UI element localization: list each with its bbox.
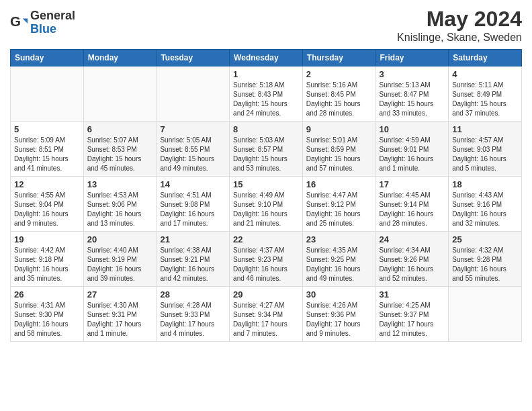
calendar-cell: 30Sunrise: 4:26 AM Sunset: 9:36 PM Dayli… (302, 287, 375, 342)
calendar-cell: 25Sunrise: 4:32 AM Sunset: 9:28 PM Dayli… (449, 232, 522, 287)
day-number: 31 (380, 289, 445, 300)
weekday-header-friday: Friday (375, 50, 449, 66)
calendar-cell: 12Sunrise: 4:55 AM Sunset: 9:04 PM Dayli… (11, 177, 84, 232)
day-info: Sunrise: 4:27 AM Sunset: 9:34 PM Dayligh… (233, 301, 299, 338)
day-number: 10 (380, 124, 445, 134)
day-info: Sunrise: 4:35 AM Sunset: 9:25 PM Dayligh… (306, 246, 372, 283)
calendar-cell (449, 287, 522, 342)
weekday-header-tuesday: Tuesday (157, 50, 230, 66)
weekday-header-row: SundayMondayTuesdayWednesdayThursdayFrid… (11, 50, 522, 66)
calendar-week-1: 1Sunrise: 5:18 AM Sunset: 8:43 PM Daylig… (11, 66, 522, 122)
calendar-cell: 29Sunrise: 4:27 AM Sunset: 9:34 PM Dayli… (230, 287, 303, 342)
calendar-cell: 31Sunrise: 4:25 AM Sunset: 9:37 PM Dayli… (375, 287, 449, 342)
day-info: Sunrise: 5:07 AM Sunset: 8:53 PM Dayligh… (87, 136, 153, 173)
day-number: 21 (160, 234, 226, 244)
day-info: Sunrise: 5:13 AM Sunset: 8:47 PM Dayligh… (380, 81, 445, 118)
calendar-table: SundayMondayTuesdayWednesdayThursdayFrid… (10, 49, 522, 342)
day-info: Sunrise: 4:32 AM Sunset: 9:28 PM Dayligh… (452, 246, 518, 283)
day-info: Sunrise: 5:11 AM Sunset: 8:49 PM Dayligh… (452, 81, 518, 118)
calendar-cell: 13Sunrise: 4:53 AM Sunset: 9:06 PM Dayli… (83, 177, 157, 232)
day-number: 2 (306, 69, 372, 79)
day-number: 4 (452, 69, 518, 79)
svg-text:G: G (10, 13, 21, 29)
day-number: 6 (87, 124, 153, 134)
calendar-cell: 8Sunrise: 5:03 AM Sunset: 8:57 PM Daylig… (230, 122, 303, 177)
calendar-cell: 27Sunrise: 4:30 AM Sunset: 9:31 PM Dayli… (83, 287, 157, 342)
day-info: Sunrise: 4:25 AM Sunset: 9:37 PM Dayligh… (380, 301, 445, 338)
day-info: Sunrise: 4:59 AM Sunset: 9:01 PM Dayligh… (380, 136, 445, 173)
weekday-header-wednesday: Wednesday (230, 50, 303, 66)
day-number: 25 (452, 234, 518, 244)
day-info: Sunrise: 5:01 AM Sunset: 8:59 PM Dayligh… (306, 136, 372, 173)
calendar-cell: 15Sunrise: 4:49 AM Sunset: 9:10 PM Dayli… (230, 177, 303, 232)
day-info: Sunrise: 4:28 AM Sunset: 9:33 PM Dayligh… (160, 301, 226, 338)
day-number: 13 (87, 179, 153, 189)
calendar-cell: 21Sunrise: 4:38 AM Sunset: 9:21 PM Dayli… (157, 232, 230, 287)
day-number: 9 (306, 124, 372, 134)
calendar-cell: 7Sunrise: 5:05 AM Sunset: 8:55 PM Daylig… (157, 122, 230, 177)
logo-blue-text: Blue (30, 23, 75, 36)
day-info: Sunrise: 5:18 AM Sunset: 8:43 PM Dayligh… (233, 81, 299, 118)
calendar-cell (83, 66, 157, 122)
day-number: 27 (87, 289, 153, 300)
title-block: May 2024 Knislinge, Skane, Sweden (397, 7, 522, 44)
day-info: Sunrise: 4:37 AM Sunset: 9:23 PM Dayligh… (233, 246, 299, 283)
calendar-cell (11, 66, 84, 122)
day-number: 3 (380, 69, 445, 79)
day-info: Sunrise: 4:45 AM Sunset: 9:14 PM Dayligh… (380, 191, 445, 228)
day-info: Sunrise: 5:05 AM Sunset: 8:55 PM Dayligh… (160, 136, 226, 173)
day-number: 23 (306, 234, 372, 244)
logo: G General Blue (10, 9, 75, 36)
day-info: Sunrise: 4:42 AM Sunset: 9:18 PM Dayligh… (14, 246, 80, 283)
calendar-cell: 14Sunrise: 4:51 AM Sunset: 9:08 PM Dayli… (157, 177, 230, 232)
day-info: Sunrise: 4:53 AM Sunset: 9:06 PM Dayligh… (87, 191, 153, 228)
day-info: Sunrise: 4:26 AM Sunset: 9:36 PM Dayligh… (306, 301, 372, 338)
day-info: Sunrise: 5:03 AM Sunset: 8:57 PM Dayligh… (233, 136, 299, 173)
day-number: 8 (233, 124, 299, 134)
page-header: G General Blue May 2024 Knislinge, Skane… (10, 7, 522, 44)
calendar-cell: 6Sunrise: 5:07 AM Sunset: 8:53 PM Daylig… (83, 122, 157, 177)
calendar-cell: 3Sunrise: 5:13 AM Sunset: 8:47 PM Daylig… (375, 66, 449, 122)
day-number: 7 (160, 124, 226, 134)
calendar-cell: 11Sunrise: 4:57 AM Sunset: 9:03 PM Dayli… (449, 122, 522, 177)
day-number: 22 (233, 234, 299, 244)
day-number: 26 (14, 289, 80, 300)
calendar-cell: 22Sunrise: 4:37 AM Sunset: 9:23 PM Dayli… (230, 232, 303, 287)
day-info: Sunrise: 4:30 AM Sunset: 9:31 PM Dayligh… (87, 301, 153, 338)
day-number: 15 (233, 179, 299, 189)
weekday-header-thursday: Thursday (302, 50, 375, 66)
logo-general-text: General (30, 9, 75, 23)
day-info: Sunrise: 4:49 AM Sunset: 9:10 PM Dayligh… (233, 191, 299, 228)
calendar-cell: 24Sunrise: 4:34 AM Sunset: 9:26 PM Dayli… (375, 232, 449, 287)
calendar-week-4: 19Sunrise: 4:42 AM Sunset: 9:18 PM Dayli… (11, 232, 522, 287)
day-info: Sunrise: 4:31 AM Sunset: 9:30 PM Dayligh… (14, 301, 80, 338)
calendar-cell: 2Sunrise: 5:16 AM Sunset: 8:45 PM Daylig… (302, 66, 375, 122)
day-number: 16 (306, 179, 372, 189)
calendar-cell: 20Sunrise: 4:40 AM Sunset: 9:19 PM Dayli… (83, 232, 157, 287)
day-info: Sunrise: 4:43 AM Sunset: 9:16 PM Dayligh… (452, 191, 518, 228)
day-info: Sunrise: 4:51 AM Sunset: 9:08 PM Dayligh… (160, 191, 226, 228)
calendar-cell: 28Sunrise: 4:28 AM Sunset: 9:33 PM Dayli… (157, 287, 230, 342)
day-info: Sunrise: 4:47 AM Sunset: 9:12 PM Dayligh… (306, 191, 372, 228)
calendar-cell: 26Sunrise: 4:31 AM Sunset: 9:30 PM Dayli… (11, 287, 84, 342)
calendar-cell: 23Sunrise: 4:35 AM Sunset: 9:25 PM Dayli… (302, 232, 375, 287)
day-info: Sunrise: 5:09 AM Sunset: 8:51 PM Dayligh… (14, 136, 80, 173)
calendar-cell: 18Sunrise: 4:43 AM Sunset: 9:16 PM Dayli… (449, 177, 522, 232)
calendar-cell: 16Sunrise: 4:47 AM Sunset: 9:12 PM Dayli… (302, 177, 375, 232)
day-number: 11 (452, 124, 518, 134)
day-number: 19 (14, 234, 80, 244)
calendar-cell: 19Sunrise: 4:42 AM Sunset: 9:18 PM Dayli… (11, 232, 84, 287)
day-info: Sunrise: 4:55 AM Sunset: 9:04 PM Dayligh… (14, 191, 80, 228)
calendar-cell: 17Sunrise: 4:45 AM Sunset: 9:14 PM Dayli… (375, 177, 449, 232)
calendar-cell: 9Sunrise: 5:01 AM Sunset: 8:59 PM Daylig… (302, 122, 375, 177)
day-info: Sunrise: 4:38 AM Sunset: 9:21 PM Dayligh… (160, 246, 226, 283)
day-number: 17 (380, 179, 445, 189)
svg-marker-1 (23, 18, 28, 23)
day-number: 12 (14, 179, 80, 189)
day-number: 14 (160, 179, 226, 189)
day-number: 18 (452, 179, 518, 189)
weekday-header-monday: Monday (83, 50, 157, 66)
main-title: May 2024 (397, 7, 522, 32)
day-info: Sunrise: 4:34 AM Sunset: 9:26 PM Dayligh… (380, 246, 445, 283)
calendar-cell: 10Sunrise: 4:59 AM Sunset: 9:01 PM Dayli… (375, 122, 449, 177)
